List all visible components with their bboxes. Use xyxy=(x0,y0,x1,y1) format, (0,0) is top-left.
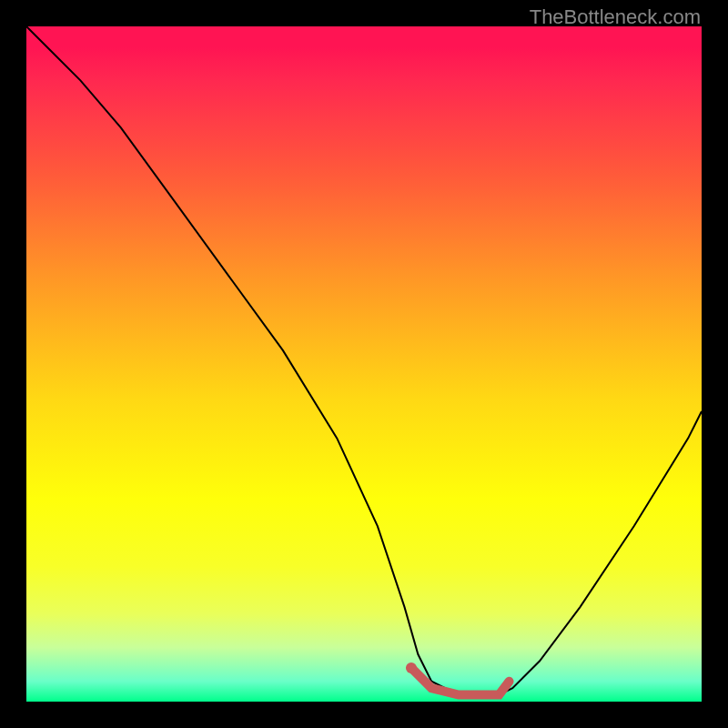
chart-svg xyxy=(26,26,702,702)
chart-area xyxy=(26,26,702,702)
optimal-point-dot xyxy=(406,662,417,673)
bottleneck-curve xyxy=(26,26,702,695)
